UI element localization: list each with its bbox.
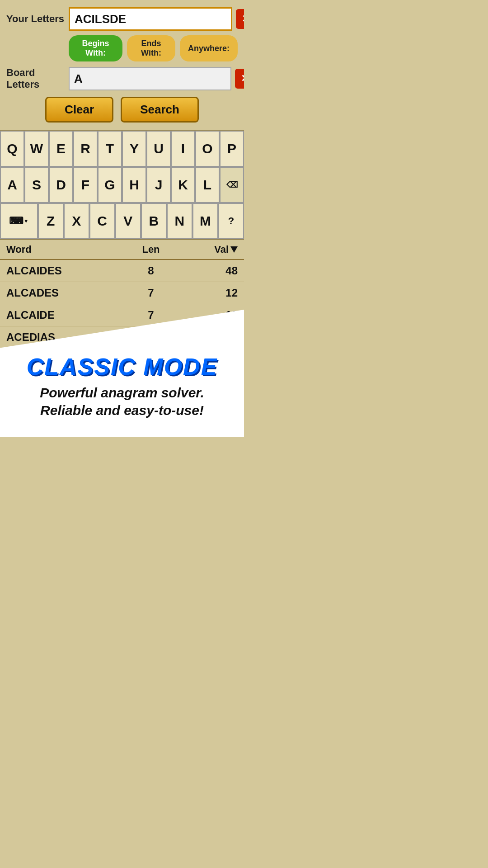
word-cell: ALCAIDE bbox=[6, 309, 122, 321]
clear-button[interactable]: Clear bbox=[45, 97, 113, 123]
board-label: Board Letters bbox=[6, 67, 65, 90]
key-n[interactable]: N bbox=[167, 203, 192, 239]
letters-label: Your Letters bbox=[6, 13, 65, 25]
key-r[interactable]: R bbox=[73, 131, 98, 167]
key-o[interactable]: O bbox=[195, 131, 220, 167]
col-len-header: Len bbox=[122, 244, 180, 255]
results-header: Word Len Val bbox=[0, 240, 244, 260]
len-cell: 7 bbox=[122, 309, 180, 321]
delete-key[interactable]: ⌫ bbox=[220, 167, 244, 203]
key-v[interactable]: V bbox=[115, 203, 141, 239]
key-j[interactable]: J bbox=[146, 167, 171, 203]
key-p[interactable]: P bbox=[220, 131, 244, 167]
key-i[interactable]: I bbox=[171, 131, 195, 167]
table-row[interactable]: ALCADES 7 12 bbox=[0, 282, 244, 304]
letters-clear-button[interactable] bbox=[236, 9, 244, 29]
results-container: Word Len Val ALCAIDES 8 48 ALCADES 7 12 … bbox=[0, 240, 244, 437]
table-row[interactable]: ALCAIDES 8 48 bbox=[0, 260, 244, 282]
key-t[interactable]: T bbox=[98, 131, 122, 167]
keyboard-toggle-key[interactable]: ⌨▼ bbox=[0, 203, 38, 239]
key-u[interactable]: U bbox=[146, 131, 171, 167]
len-cell: 8 bbox=[122, 264, 180, 277]
key-m[interactable]: M bbox=[192, 203, 218, 239]
promo-line2: Reliable and easy-to-use! bbox=[9, 401, 235, 419]
keyboard-row-1: Q W E R T Y U I O P bbox=[0, 131, 244, 167]
board-clear-button[interactable] bbox=[235, 69, 244, 89]
len-cell: 7 bbox=[122, 287, 180, 299]
key-k[interactable]: K bbox=[171, 167, 195, 203]
word-cell: ALCADES bbox=[6, 287, 122, 299]
board-input[interactable] bbox=[69, 67, 231, 90]
col-val-header: Val bbox=[180, 244, 238, 255]
key-s[interactable]: S bbox=[24, 167, 49, 203]
key-f[interactable]: F bbox=[73, 167, 98, 203]
help-key[interactable]: ? bbox=[218, 203, 244, 239]
promo-line1: Powerful anagram solver. bbox=[9, 384, 235, 401]
word-cell: ALCAIDES bbox=[6, 264, 122, 277]
action-row: Clear Search bbox=[6, 97, 238, 123]
ends-with-button[interactable]: Ends With: bbox=[127, 35, 175, 61]
key-q[interactable]: Q bbox=[0, 131, 24, 167]
key-w[interactable]: W bbox=[24, 131, 49, 167]
key-e[interactable]: E bbox=[49, 131, 73, 167]
key-c[interactable]: C bbox=[89, 203, 115, 239]
key-y[interactable]: Y bbox=[122, 131, 146, 167]
keyboard: Q W E R T Y U I O P A S D F G H J K L ⌫ … bbox=[0, 130, 244, 240]
key-h[interactable]: H bbox=[122, 167, 146, 203]
letters-input[interactable] bbox=[69, 7, 232, 31]
begins-with-button[interactable]: Begins With: bbox=[69, 35, 122, 61]
key-x[interactable]: X bbox=[64, 203, 89, 239]
keyboard-row-3: ⌨▼ Z X C V B N M ? bbox=[0, 203, 244, 239]
key-g[interactable]: G bbox=[98, 167, 122, 203]
key-a[interactable]: A bbox=[0, 167, 24, 203]
keyboard-row-2: A S D F G H J K L ⌫ bbox=[0, 167, 244, 203]
val-cell: 12 bbox=[180, 287, 238, 299]
key-l[interactable]: L bbox=[195, 167, 220, 203]
key-b[interactable]: B bbox=[141, 203, 167, 239]
val-cell: 48 bbox=[180, 264, 238, 277]
key-d[interactable]: D bbox=[49, 167, 73, 203]
anywhere-button[interactable]: Anywhere: bbox=[180, 35, 238, 61]
board-row: Board Letters bbox=[6, 67, 238, 90]
letters-row: Your Letters bbox=[6, 7, 238, 31]
search-button[interactable]: Search bbox=[121, 97, 199, 123]
col-word-header: Word bbox=[6, 244, 122, 255]
sort-arrow-icon bbox=[230, 246, 238, 253]
filter-row: Begins With: Ends With: Anywhere: bbox=[6, 35, 238, 61]
key-z[interactable]: Z bbox=[38, 203, 64, 239]
promo-title: CLASSIC MODE bbox=[9, 355, 235, 378]
